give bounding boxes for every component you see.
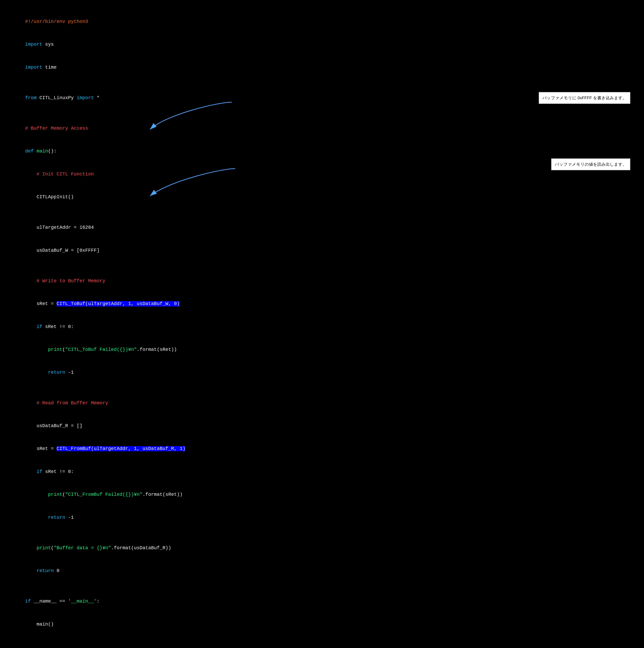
indent-if1 [25,324,37,329]
citl-appinit-call: CITLAppInit() [37,194,73,200]
indent-read-comment [25,400,37,406]
keyword-if1: if [37,324,42,329]
annotation-write-buffer: バッファメモリに 0xFFFF を書き込みます。 [539,92,630,104]
keyword-import-sys: import [25,42,42,47]
keyword-return0: return [37,568,54,574]
import-time-line: import time [14,56,630,79]
return-val1: -1 [65,370,73,375]
if-sret2-cond: sRet != 0: [42,469,74,474]
citl-appinit-line: CITLAppInit() [14,185,630,208]
print3-paren-open: ( [51,545,54,551]
return-val2: -1 [65,515,73,520]
def-main-line: def main(): [14,140,630,163]
comment-read: # Read from Buffer Memory [37,400,108,406]
string-main: '__main__' [68,599,97,604]
keyword-return1: return [48,370,65,375]
ul-target-addr-line: ulTargetAddr = 16284 [14,216,630,239]
builtin-print3: print [37,545,51,551]
us-data-buf-w-line: usDataBuf_W = [0xFFFF] [14,239,630,262]
def-paren: (): [48,149,57,154]
indent-print3 [25,545,37,551]
string-frombuf-failed: "CITL_FromBuf Failed({})¥n" [65,492,143,497]
return-2-line: return -1 [14,506,630,529]
keyword-import-time: import [25,65,42,70]
keyword-from: from [25,95,37,101]
if-sret1-cond: sRet != 0: [42,324,74,329]
sret-frombuf-pre: sRet = [25,446,57,451]
annotation-read-buffer: バッファメモリの値を読み出します。 [551,158,630,170]
print-tobuf-failed-line: print("CITL_ToBuf Failed({})¥n".format(s… [14,338,630,361]
citl-frombuf-call: CITL_FromBuf(ulTargetAddr, 1, usDataBuf_… [57,446,185,451]
import-star: * [94,95,100,101]
main-call-text: main() [25,622,54,627]
code-container: #!/usr/bin/env python3 import sys import… [14,10,630,636]
citl-tobuf-call: CITL_ToBuf(ulTargetAddr, 1, usDataBuf_W,… [57,301,180,306]
return-val0: 0 [54,568,59,574]
func-name-main: main [34,149,48,154]
indent-init-comment [25,171,37,177]
blank-3 [14,209,630,216]
comment-read-line: # Read from Buffer Memory [14,392,630,415]
indent-print1 [25,347,48,352]
if-name-text: __name__ == [31,599,68,604]
annotation-read-text: バッファメモリの値を読み出します。 [555,162,627,167]
module-time: time [42,65,57,70]
string-tobuf-failed: "CITL_ToBuf Failed({})¥n" [65,347,137,352]
indent-return0 [25,568,37,574]
blank-1 [14,79,630,87]
module-sys: sys [42,42,54,47]
indent-print2 [25,492,48,497]
return-0-line: return 0 [14,559,630,582]
us-data-buf-r-text: usDataBuf_R = [] [25,423,82,429]
if-name-line: if __name__ == '__main__': [14,590,630,613]
if-sret2-line: if sRet != 0: [14,460,630,483]
comment-write-line: # Write to Buffer Memory [14,270,630,292]
blank-5 [14,384,630,392]
indent-return1 [25,370,48,375]
comment-buffer: # Buffer Memory Access [25,126,88,131]
print1-format: .format(sRet)) [137,347,177,352]
us-data-buf-w-text: usDataBuf_W = [0xFFFF] [25,248,100,253]
indent-return2 [25,515,48,520]
shebang-line: #!/usr/bin/env python3 [14,10,630,33]
ul-target-addr-text: ulTargetAddr = 16284 [25,225,94,230]
if-name-colon: : [97,599,100,604]
sret-frombuf-line: sRet = CITL_FromBuf(ulTargetAddr, 1, usD… [14,437,630,460]
keyword-import: import [77,95,94,101]
if-sret1-line: if sRet != 0: [14,315,630,338]
print1-paren-open: ( [62,347,65,352]
sret-tobuf-pre: sRet = [25,301,57,306]
comment-init-line: # Init CITL Function [14,163,630,185]
blank-7 [14,583,630,590]
print2-format: .format(sRet)) [143,492,183,497]
annotation-write-text: バッファメモリに 0xFFFF を書き込みます。 [542,96,627,100]
print-frombuf-failed-line: print("CITL_FromBuf Failed({})¥n".format… [14,483,630,506]
keyword-if-name: if [25,599,31,604]
comment-buffer-line: # Buffer Memory Access [14,117,630,140]
builtin-print1: print [48,347,62,352]
blank-6 [14,529,630,537]
main-call-line: main() [14,613,630,636]
builtin-print2: print [48,492,62,497]
print3-format: .format(usDataBuf_R)) [111,545,171,551]
keyword-def: def [25,149,34,154]
string-buffer-data: "Buffer data = {}¥n" [54,545,111,551]
shebang-text: #!/usr/bin/env python3 [25,19,88,24]
import-sys-line: import sys [14,33,630,56]
comment-write: # Write to Buffer Memory [37,278,105,283]
print2-paren-open: ( [62,492,65,497]
return-1-line: return -1 [14,361,630,384]
indent-if2 [25,469,37,474]
module-name: CITL_LinuxPy [37,95,77,101]
keyword-if2: if [37,469,42,474]
comment-init: # Init CITL Function [37,171,94,177]
blank-4 [14,262,630,270]
print-buffer-data-line: print("Buffer data = {}¥n".format(usData… [14,537,630,559]
us-data-buf-r-line: usDataBuf_R = [] [14,415,630,437]
indent-write-comment [25,278,37,283]
keyword-return2: return [48,515,65,520]
indent-citl-init [25,194,37,200]
from-import-line: from CITL_LinuxPy import * [14,87,630,109]
blank-2 [14,109,630,117]
sret-tobuf-line: sRet = CITL_ToBuf(ulTargetAddr, 1, usDat… [14,292,630,315]
